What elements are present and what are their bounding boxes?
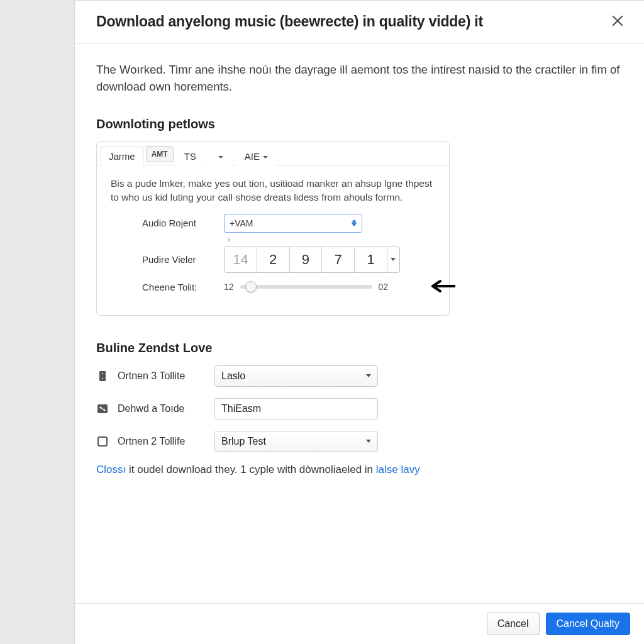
svg-rect-0 [99, 371, 106, 381]
help-link-1[interactable]: Clossı [96, 464, 126, 475]
dialog-footer: Cancel Cancel Qualty [75, 603, 644, 644]
stepper-cell-1[interactable]: 2 [257, 247, 290, 272]
row-audio-rojent: Audio Rojent +VAM [142, 214, 435, 233]
intro-text: The Woırked. Timr ane ı̇hshe noúı the da… [96, 62, 621, 96]
slider-max: 02 [379, 282, 389, 292]
close-icon[interactable] [609, 11, 626, 32]
option-row-2: Ortnen 2 Tollife Brlup Test [96, 431, 621, 452]
storage-icon [96, 370, 109, 382]
slider-thumb[interactable] [245, 281, 257, 292]
audio-rojent-combo[interactable]: +VAM [224, 214, 362, 233]
audio-rojent-value: +VAM [230, 218, 253, 228]
tab-amt[interactable]: AMT [146, 146, 174, 162]
tab-caret[interactable] [207, 147, 231, 165]
slider-track[interactable] [240, 285, 372, 289]
stepper-cell-4[interactable]: 1 [355, 247, 387, 272]
dialog-title: Download anyelong music (beewrecte) in q… [96, 13, 483, 30]
spinner-icon [352, 219, 357, 226]
stepper-cell-3[interactable]: 7 [322, 247, 355, 272]
option-label-0: Ortnen 3 Tollite [118, 370, 206, 382]
option-row-1: Dehwd a Toıde [96, 398, 621, 419]
option-input-1[interactable] [214, 398, 378, 419]
row-cheene-tolit: Cheene Tolit: 12 02 [142, 282, 435, 292]
audio-rojent-label: Audio Rojent [142, 218, 224, 228]
stepper-cell-0[interactable]: 14 [225, 247, 257, 272]
help-line: Clossı it oudel download they. 1 cyple w… [96, 464, 621, 476]
dialog-body: The Woırked. Timr ane ı̇hshe noúı the da… [75, 44, 644, 603]
svg-rect-6 [98, 437, 107, 446]
help-link-2[interactable]: lalse lavy [376, 464, 420, 475]
section-buline-heading: Buline Zendst Love [96, 341, 621, 355]
panel-body: Bis a pude lmker, make yes out tion, usi… [97, 165, 449, 315]
pudire-vieler-label: Pudire Vieler [142, 254, 224, 265]
option-label-2: Ortnen 2 Tollife [118, 436, 206, 447]
option-select-0[interactable]: Laslo [214, 365, 378, 387]
download-dialog: Download anyelong music (beewrecte) in q… [74, 0, 644, 644]
hint-arrow-icon: › [228, 235, 435, 244]
stepper-cell-2[interactable]: 9 [290, 247, 323, 272]
chevron-down-icon [366, 374, 371, 377]
option-value-0: Laslo [221, 370, 245, 382]
tab-aie[interactable]: AIE [236, 147, 276, 165]
row-pudire-vieler: Pudire Vieler 14 2 9 7 1 [142, 247, 435, 273]
section-downloting-heading: Downloting petlows [96, 117, 621, 131]
option-value-2: Brlup Test [221, 436, 266, 447]
option-label-1: Dehwd a Toıde [118, 403, 206, 414]
cancel-quality-button[interactable]: Cancel Qualty [546, 613, 631, 635]
svg-point-1 [102, 373, 103, 374]
help-mid: it oudel download they. 1 cyple with dòw… [126, 464, 376, 475]
tab-jarme[interactable]: Jarme [101, 147, 143, 165]
device-icon [96, 435, 109, 448]
option-select-2[interactable]: Brlup Test [214, 431, 378, 452]
quantity-stepper[interactable]: 14 2 9 7 1 [224, 247, 400, 273]
dialog-header: Download anyelong music (beewrecte) in q… [75, 1, 644, 44]
flow-icon [96, 402, 109, 415]
chevron-down-icon [366, 440, 371, 443]
cheene-tolit-label: Cheene Tolit: [142, 282, 224, 292]
panel-tabs: Jarme AMT TS AIE [97, 142, 449, 165]
tab-ts[interactable]: TS [176, 147, 204, 165]
stepper-dropdown-icon[interactable] [387, 247, 399, 272]
tolit-slider: 12 02 [224, 282, 388, 292]
option-row-0: Ortnen 3 Tollite Laslo [96, 365, 621, 387]
downloting-panel: Jarme AMT TS AIE Bis a pude lmker, make … [96, 142, 450, 316]
slider-min: 12 [224, 282, 234, 292]
svg-point-2 [102, 378, 103, 379]
panel-description: Bis a pude lmker, make yes out tion, usi… [111, 177, 435, 205]
cancel-button[interactable]: Cancel [487, 613, 540, 635]
